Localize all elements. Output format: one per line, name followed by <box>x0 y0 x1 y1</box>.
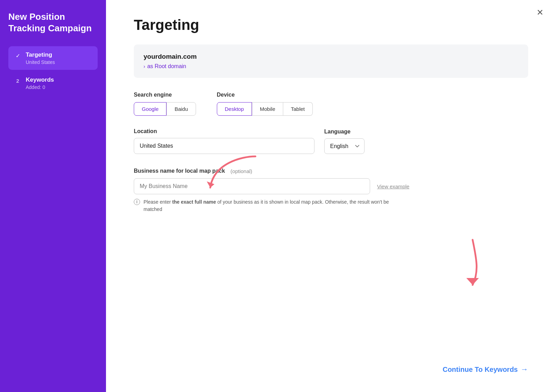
business-name-section: Business name for local map pack (option… <box>134 168 528 213</box>
search-engine-google-btn[interactable]: Google <box>134 102 166 116</box>
business-input-row: View example <box>134 178 528 194</box>
location-label: Location <box>134 128 314 134</box>
device-tablet-btn[interactable]: Tablet <box>283 102 313 116</box>
view-example-link[interactable]: View example <box>377 183 409 189</box>
sidebar-item-keywords-sublabel: Added: 0 <box>26 84 54 90</box>
svg-marker-1 <box>466 278 479 285</box>
language-group: Language English Spanish French German <box>324 129 365 154</box>
business-name-label: Business name for local map pack <box>134 168 225 174</box>
device-desktop-btn[interactable]: Desktop <box>217 102 252 116</box>
sidebar-item-targeting-sublabel: United States <box>26 59 55 65</box>
search-engine-baidu-btn[interactable]: Baidu <box>166 102 196 116</box>
device-mobile-btn[interactable]: Mobile <box>252 102 283 116</box>
close-button[interactable]: ✕ <box>537 8 543 17</box>
sidebar-title: New Position Tracking Campaign <box>8 11 98 34</box>
domain-name: yourdomain.com <box>144 53 518 60</box>
sidebar-item-targeting-content: Targeting United States <box>26 51 55 65</box>
main-content: ✕ Targeting yourdomain.com › as Root dom… <box>106 0 556 392</box>
language-select[interactable]: English Spanish French German <box>324 138 365 154</box>
page-title: Targeting <box>134 17 528 33</box>
continue-arrow-icon: → <box>521 365 528 374</box>
continue-label: Continue To Keywords <box>443 366 518 374</box>
info-note: i Please enter the exact full name of yo… <box>134 198 398 213</box>
business-name-input[interactable] <box>134 178 370 194</box>
search-engine-group: Search engine Google Baidu <box>134 92 196 116</box>
device-label: Device <box>217 92 313 98</box>
domain-root-link[interactable]: › as Root domain <box>144 63 518 70</box>
sidebar-item-keywords[interactable]: 2 Keywords Added: 0 <box>8 71 98 95</box>
chevron-right-icon: › <box>144 64 145 69</box>
search-engine-btn-group: Google Baidu <box>134 102 196 116</box>
business-label-row: Business name for local map pack (option… <box>134 168 528 174</box>
arrow-annotation-right <box>445 236 493 292</box>
footer-row: Continue To Keywords → <box>443 365 528 374</box>
info-note-text: Please enter the exact full name of your… <box>144 198 398 213</box>
sidebar-item-targeting[interactable]: ✓ Targeting United States <box>8 46 98 70</box>
continue-to-keywords-button[interactable]: Continue To Keywords → <box>443 365 528 374</box>
check-icon: ✓ <box>14 52 22 59</box>
location-group: Location <box>134 128 314 154</box>
search-device-row: Search engine Google Baidu Device Deskto… <box>134 92 528 116</box>
optional-label: (optional) <box>230 168 252 174</box>
location-lang-row: Location Language English Spanish French… <box>134 128 528 154</box>
device-btn-group: Desktop Mobile Tablet <box>217 102 313 116</box>
sidebar-item-keywords-content: Keywords Added: 0 <box>26 76 54 90</box>
info-icon: i <box>134 199 140 205</box>
language-label: Language <box>324 129 365 135</box>
device-group: Device Desktop Mobile Tablet <box>217 92 313 116</box>
domain-card: yourdomain.com › as Root domain <box>134 44 528 78</box>
sidebar-item-keywords-label: Keywords <box>26 76 54 84</box>
domain-link-text: as Root domain <box>147 63 186 70</box>
sidebar-item-keywords-number: 2 <box>14 77 22 84</box>
location-input[interactable] <box>134 138 314 154</box>
search-engine-label: Search engine <box>134 92 196 98</box>
sidebar-item-targeting-label: Targeting <box>26 51 55 59</box>
sidebar: New Position Tracking Campaign ✓ Targeti… <box>0 0 106 392</box>
